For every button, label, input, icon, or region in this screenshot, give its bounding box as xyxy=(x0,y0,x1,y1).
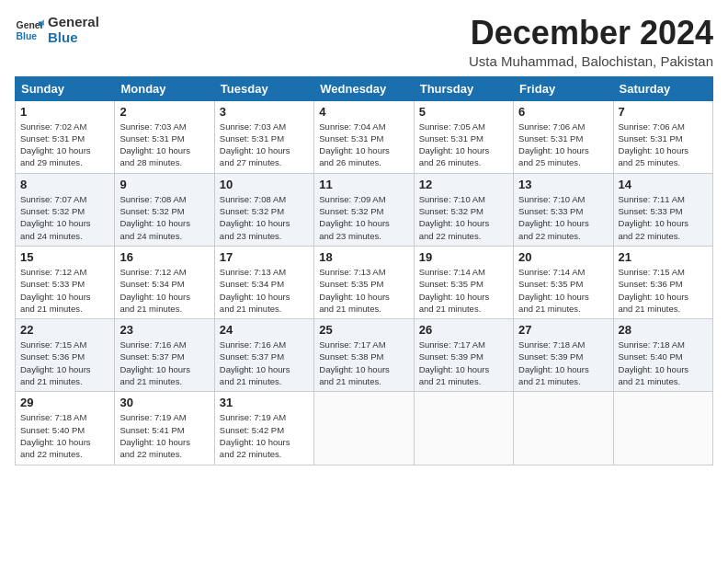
day-number: 6 xyxy=(518,105,608,119)
day-number: 12 xyxy=(419,178,508,191)
calendar-week-row: 29Sunrise: 7:18 AMSunset: 5:40 PMDayligh… xyxy=(16,392,713,465)
calendar-cell: 12Sunrise: 7:10 AMSunset: 5:32 PMDayligh… xyxy=(414,173,513,246)
day-info: Sunrise: 7:03 AMSunset: 5:31 PMDaylight:… xyxy=(119,121,209,169)
svg-text:Blue: Blue xyxy=(17,30,38,40)
day-info: Sunrise: 7:14 AMSunset: 5:35 PMDaylight:… xyxy=(518,266,608,315)
weekday-header-sunday: Sunday xyxy=(16,76,115,100)
day-number: 29 xyxy=(20,396,109,409)
title-block: December 2024 Usta Muhammad, Balochistan… xyxy=(469,15,713,69)
calendar-cell: 14Sunrise: 7:11 AMSunset: 5:33 PMDayligh… xyxy=(613,173,712,246)
day-number: 17 xyxy=(220,250,309,264)
page-header: General Blue General Blue December 2024 … xyxy=(15,15,713,69)
day-info: Sunrise: 7:16 AMSunset: 5:37 PMDaylight:… xyxy=(119,339,209,387)
weekday-header-monday: Monday xyxy=(115,76,214,100)
day-number: 18 xyxy=(319,250,408,264)
day-info: Sunrise: 7:16 AMSunset: 5:37 PMDaylight:… xyxy=(220,339,309,387)
day-number: 25 xyxy=(319,323,408,337)
day-info: Sunrise: 7:08 AMSunset: 5:32 PMDaylight:… xyxy=(119,193,209,242)
day-info: Sunrise: 7:07 AMSunset: 5:32 PMDaylight:… xyxy=(20,193,109,242)
calendar-cell xyxy=(314,392,414,465)
calendar-cell: 11Sunrise: 7:09 AMSunset: 5:32 PMDayligh… xyxy=(314,173,414,246)
day-info: Sunrise: 7:13 AMSunset: 5:35 PMDaylight:… xyxy=(319,266,408,315)
day-number: 26 xyxy=(419,323,508,337)
day-info: Sunrise: 7:15 AMSunset: 5:36 PMDaylight:… xyxy=(20,339,109,387)
day-number: 28 xyxy=(619,323,708,337)
calendar-cell: 1Sunrise: 7:02 AMSunset: 5:31 PMDaylight… xyxy=(16,100,115,173)
calendar-cell xyxy=(414,392,513,465)
calendar-cell xyxy=(613,392,712,465)
day-info: Sunrise: 7:19 AMSunset: 5:41 PMDaylight:… xyxy=(119,411,209,460)
day-info: Sunrise: 7:12 AMSunset: 5:34 PMDaylight:… xyxy=(119,266,209,315)
calendar-header-row: SundayMondayTuesdayWednesdayThursdayFrid… xyxy=(16,76,713,100)
calendar-subtitle: Usta Muhammad, Balochistan, Pakistan xyxy=(469,53,713,69)
day-number: 10 xyxy=(220,178,309,191)
day-number: 24 xyxy=(220,323,309,337)
calendar-cell: 23Sunrise: 7:16 AMSunset: 5:37 PMDayligh… xyxy=(115,319,214,392)
calendar-cell: 26Sunrise: 7:17 AMSunset: 5:39 PMDayligh… xyxy=(414,319,513,392)
day-number: 19 xyxy=(419,250,508,264)
calendar-week-row: 15Sunrise: 7:12 AMSunset: 5:33 PMDayligh… xyxy=(16,246,713,318)
calendar-cell: 17Sunrise: 7:13 AMSunset: 5:34 PMDayligh… xyxy=(214,246,313,318)
day-info: Sunrise: 7:19 AMSunset: 5:42 PMDaylight:… xyxy=(220,411,309,460)
day-info: Sunrise: 7:11 AMSunset: 5:33 PMDaylight:… xyxy=(619,193,708,242)
day-info: Sunrise: 7:17 AMSunset: 5:38 PMDaylight:… xyxy=(319,339,408,387)
day-info: Sunrise: 7:18 AMSunset: 5:40 PMDaylight:… xyxy=(20,411,109,460)
day-number: 13 xyxy=(518,178,608,191)
logo: General Blue General Blue xyxy=(15,15,99,45)
calendar-cell: 27Sunrise: 7:18 AMSunset: 5:39 PMDayligh… xyxy=(514,319,613,392)
calendar-cell: 7Sunrise: 7:06 AMSunset: 5:31 PMDaylight… xyxy=(613,100,712,173)
day-number: 27 xyxy=(518,323,608,337)
day-number: 1 xyxy=(20,105,109,119)
day-number: 16 xyxy=(119,250,209,264)
day-number: 5 xyxy=(419,105,508,119)
day-number: 20 xyxy=(518,250,608,264)
day-number: 30 xyxy=(119,396,209,409)
calendar-cell: 3Sunrise: 7:03 AMSunset: 5:31 PMDaylight… xyxy=(214,100,313,173)
calendar-cell: 5Sunrise: 7:05 AMSunset: 5:31 PMDaylight… xyxy=(414,100,513,173)
calendar-title: December 2024 xyxy=(469,15,713,52)
day-number: 31 xyxy=(220,396,309,409)
calendar-cell: 19Sunrise: 7:14 AMSunset: 5:35 PMDayligh… xyxy=(414,246,513,318)
day-number: 15 xyxy=(20,250,109,264)
day-info: Sunrise: 7:17 AMSunset: 5:39 PMDaylight:… xyxy=(419,339,508,387)
logo-icon: General Blue xyxy=(15,16,44,45)
logo-general-text: General xyxy=(48,15,99,30)
day-info: Sunrise: 7:05 AMSunset: 5:31 PMDaylight:… xyxy=(419,121,508,169)
day-info: Sunrise: 7:03 AMSunset: 5:31 PMDaylight:… xyxy=(220,121,309,169)
calendar-cell: 4Sunrise: 7:04 AMSunset: 5:31 PMDaylight… xyxy=(314,100,414,173)
calendar-cell: 21Sunrise: 7:15 AMSunset: 5:36 PMDayligh… xyxy=(613,246,712,318)
day-number: 11 xyxy=(319,178,408,191)
calendar-week-row: 22Sunrise: 7:15 AMSunset: 5:36 PMDayligh… xyxy=(16,319,713,392)
day-number: 8 xyxy=(20,178,109,191)
day-number: 4 xyxy=(319,105,408,119)
day-number: 21 xyxy=(619,250,708,264)
day-info: Sunrise: 7:09 AMSunset: 5:32 PMDaylight:… xyxy=(319,193,408,242)
calendar-table: SundayMondayTuesdayWednesdayThursdayFrid… xyxy=(15,76,713,465)
calendar-cell: 25Sunrise: 7:17 AMSunset: 5:38 PMDayligh… xyxy=(314,319,414,392)
day-number: 22 xyxy=(20,323,109,337)
calendar-cell: 24Sunrise: 7:16 AMSunset: 5:37 PMDayligh… xyxy=(214,319,313,392)
logo-text: General Blue xyxy=(48,15,99,45)
calendar-cell: 31Sunrise: 7:19 AMSunset: 5:42 PMDayligh… xyxy=(214,392,313,465)
calendar-cell: 9Sunrise: 7:08 AMSunset: 5:32 PMDaylight… xyxy=(115,173,214,246)
day-info: Sunrise: 7:10 AMSunset: 5:33 PMDaylight:… xyxy=(518,193,608,242)
calendar-cell: 22Sunrise: 7:15 AMSunset: 5:36 PMDayligh… xyxy=(16,319,115,392)
calendar-cell: 10Sunrise: 7:08 AMSunset: 5:32 PMDayligh… xyxy=(214,173,313,246)
calendar-cell: 29Sunrise: 7:18 AMSunset: 5:40 PMDayligh… xyxy=(16,392,115,465)
day-info: Sunrise: 7:10 AMSunset: 5:32 PMDaylight:… xyxy=(419,193,508,242)
day-info: Sunrise: 7:13 AMSunset: 5:34 PMDaylight:… xyxy=(220,266,309,315)
day-info: Sunrise: 7:06 AMSunset: 5:31 PMDaylight:… xyxy=(518,121,608,169)
day-info: Sunrise: 7:04 AMSunset: 5:31 PMDaylight:… xyxy=(319,121,408,169)
calendar-cell: 2Sunrise: 7:03 AMSunset: 5:31 PMDaylight… xyxy=(115,100,214,173)
day-number: 7 xyxy=(619,105,708,119)
day-number: 9 xyxy=(119,178,209,191)
day-info: Sunrise: 7:15 AMSunset: 5:36 PMDaylight:… xyxy=(619,266,708,315)
day-info: Sunrise: 7:18 AMSunset: 5:39 PMDaylight:… xyxy=(518,339,608,387)
day-info: Sunrise: 7:18 AMSunset: 5:40 PMDaylight:… xyxy=(619,339,708,387)
calendar-cell xyxy=(514,392,613,465)
weekday-header-tuesday: Tuesday xyxy=(214,76,313,100)
day-info: Sunrise: 7:08 AMSunset: 5:32 PMDaylight:… xyxy=(220,193,309,242)
calendar-cell: 28Sunrise: 7:18 AMSunset: 5:40 PMDayligh… xyxy=(613,319,712,392)
calendar-cell: 6Sunrise: 7:06 AMSunset: 5:31 PMDaylight… xyxy=(514,100,613,173)
calendar-cell: 20Sunrise: 7:14 AMSunset: 5:35 PMDayligh… xyxy=(514,246,613,318)
